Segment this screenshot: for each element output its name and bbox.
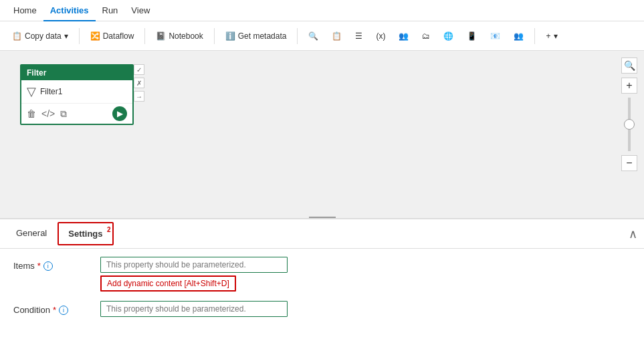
panel-content: Items * i Add dynamic content [Alt+Shift… [0,249,644,339]
tab-settings[interactable]: Settings2 [58,222,113,245]
folder-icon: 🗂 [422,31,430,41]
filter-icon: ▽ [27,84,36,99]
separator-4 [297,28,298,44]
mobile-icon-button[interactable]: 📱 [461,29,482,43]
search-icon-button[interactable]: 🔍 [303,29,324,43]
get-metadata-icon: ℹ️ [225,31,235,41]
side-controls: ✓ ✗ → [134,64,144,102]
more-button[interactable]: + ▾ [540,29,562,43]
variable-icon: (x) [376,31,385,41]
users-icon: 👥 [399,31,409,41]
list-icon-button[interactable]: ☰ [350,29,368,43]
zoom-in-button[interactable]: + [621,78,637,94]
outlook-icon: 📧 [490,31,500,41]
separator-5 [534,28,535,44]
more-dropdown-icon: ▾ [554,31,558,41]
copy-icon: 📋 [332,31,342,41]
copy-activity-icon[interactable]: ⧉ [60,108,67,120]
tab-general[interactable]: General [7,223,56,245]
activity-run-icon[interactable]: ▶ [112,106,127,121]
canvas-divider [309,217,336,218]
activity-body: ▽ Filter1 [21,80,132,103]
items-field-row: Items * i Add dynamic content [Alt+Shift… [13,257,631,292]
zoom-out-button[interactable]: − [621,155,637,171]
items-inputs: Add dynamic content [Alt+Shift+D] [100,257,288,292]
bottom-panel: General Settings2 ∧ Items * i Add dynami… [0,219,644,339]
main-area: Filter ▽ Filter1 🗑 </> ⧉ ▶ ✓ ✗ → 🔍 + [0,51,644,339]
list-icon: ☰ [355,31,362,41]
folder-icon-button[interactable]: 🗂 [417,29,435,43]
items-input[interactable] [100,257,288,273]
zoom-handle[interactable] [624,119,635,130]
tab-bar: General Settings2 ∧ [0,219,644,249]
condition-label: Condition * i [13,301,94,315]
menu-view[interactable]: View [124,0,156,21]
notebook-button[interactable]: 📓 Notebook [150,29,208,43]
collapse-button[interactable]: ∧ [629,227,637,241]
teams-icon-button[interactable]: 👥 [508,29,529,43]
globe-icon-button[interactable]: 🌐 [438,29,459,43]
filter-activity[interactable]: Filter ▽ Filter1 🗑 </> ⧉ ▶ [20,64,134,125]
dataflow-button[interactable]: 🔀 Dataflow [85,29,140,43]
toolbar: 📋 Copy data ▾ 🔀 Dataflow 📓 Notebook ℹ️ G… [0,21,644,51]
activity-header: Filter [21,66,132,80]
delete-icon[interactable]: 🗑 [27,108,36,119]
menu-bar: Home Activities Run View [0,0,644,21]
plus-icon: + [546,31,550,41]
copy-icon-button[interactable]: 📋 [326,29,347,43]
separator-3 [214,28,215,44]
canvas-area[interactable]: Filter ▽ Filter1 🗑 </> ⧉ ▶ ✓ ✗ → 🔍 + [0,51,644,219]
variable-icon-button[interactable]: (x) [370,29,391,43]
teams-icon: 👥 [514,31,524,41]
condition-input[interactable] [100,301,288,317]
condition-required: * [53,305,56,315]
side-arrow[interactable]: → [134,91,144,102]
copy-data-dropdown-icon: ▾ [64,31,68,41]
add-dynamic-content-button[interactable]: Add dynamic content [Alt+Shift+D] [100,275,236,292]
items-label: Items * i [13,257,94,271]
menu-run[interactable]: Run [96,0,125,21]
condition-field-row: Condition * i [13,301,631,317]
outlook-icon-button[interactable]: 📧 [485,29,506,43]
activity-title: Filter [27,68,46,78]
menu-activities[interactable]: Activities [43,0,96,21]
users-icon-button[interactable]: 👥 [393,29,414,43]
condition-info-icon[interactable]: i [59,306,68,315]
zoom-search-icon[interactable]: 🔍 [621,58,637,74]
copy-data-button[interactable]: 📋 Copy data ▾ [7,29,74,43]
get-metadata-button[interactable]: ℹ️ Get metadata [220,29,292,43]
separator-1 [79,28,80,44]
zoom-controls: 🔍 + − [621,58,637,171]
notebook-icon: 📓 [156,31,166,41]
globe-icon: 🌐 [443,31,453,41]
mobile-icon: 📱 [467,31,477,41]
settings-badge: 2 [107,226,111,233]
code-icon[interactable]: </> [41,108,55,119]
dataflow-icon: 🔀 [90,31,100,41]
side-check[interactable]: ✓ [134,64,144,75]
condition-inputs [100,301,288,317]
zoom-slider[interactable] [628,98,631,151]
menu-home[interactable]: Home [7,0,43,21]
activity-name: Filter1 [40,87,62,96]
search-icon: 🔍 [308,31,318,41]
copy-data-icon: 📋 [12,31,22,41]
activity-footer: 🗑 </> ⧉ ▶ [21,103,132,124]
items-info-icon[interactable]: i [43,261,53,271]
separator-2 [144,28,145,44]
items-required: * [37,261,41,271]
side-error[interactable]: ✗ [134,78,144,88]
